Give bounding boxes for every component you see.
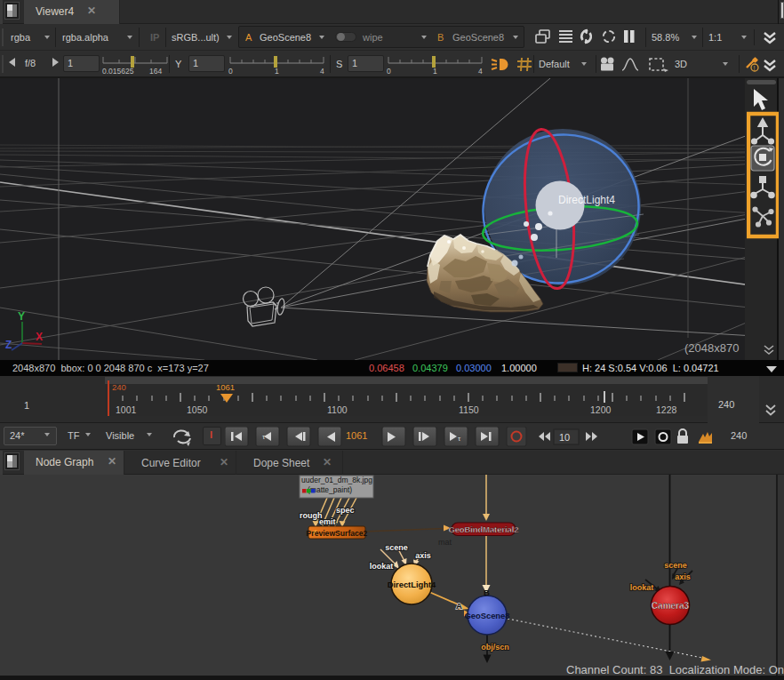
svg-text:GeoBindMaterial2: GeoBindMaterial2 [448,525,518,534]
svg-text:1100: 1100 [327,404,348,415]
svg-text:10: 10 [559,432,570,443]
svg-text:Z: Z [5,339,12,351]
svg-text:spec: spec [336,506,355,515]
svg-text:0: 0 [387,67,391,75]
svg-text:Y: Y [18,310,25,323]
svg-text:obj/scn: obj/scn [481,643,509,652]
svg-text:Camera3: Camera3 [652,601,690,611]
svg-text:emit: emit [319,517,336,526]
svg-text:1228: 1228 [656,404,677,415]
svg-text:1: 1 [433,67,437,75]
svg-text:4: 4 [320,67,324,75]
svg-text:A: A [456,601,462,611]
svg-text:DirectLight4: DirectLight4 [558,194,615,206]
svg-text:1150: 1150 [459,404,479,415]
svg-text:1200: 1200 [590,404,612,415]
svg-text:GeoScene8: GeoScene8 [464,611,509,620]
svg-text:4: 4 [478,67,483,75]
svg-text:0.015625: 0.015625 [102,67,134,75]
svg-text:1061: 1061 [216,382,235,392]
svg-text:scene: scene [664,561,687,570]
svg-text:0: 0 [228,67,233,75]
svg-text:164: 164 [149,67,162,75]
svg-text:PreviewSurface2: PreviewSurface2 [307,529,368,538]
svg-text:scene: scene [385,543,408,552]
svg-text:1050: 1050 [187,404,208,415]
svg-text:axis: axis [415,551,431,560]
svg-text:X: X [36,331,43,343]
svg-text:lookat: lookat [630,583,654,592]
svg-text:DirectLight4: DirectLight4 [388,580,436,589]
svg-text:1001: 1001 [116,404,137,415]
svg-text:B: B [484,588,490,597]
svg-text:mat: mat [438,538,452,547]
svg-text:1: 1 [275,67,279,75]
svg-text:240: 240 [112,382,126,392]
svg-text:uuder_01_dm_8k.jpg: uuder_01_dm_8k.jpg [301,476,372,484]
svg-text:lookat: lookat [370,562,394,571]
svg-text:axis: axis [675,572,691,581]
svg-text:!: ! [754,65,756,71]
